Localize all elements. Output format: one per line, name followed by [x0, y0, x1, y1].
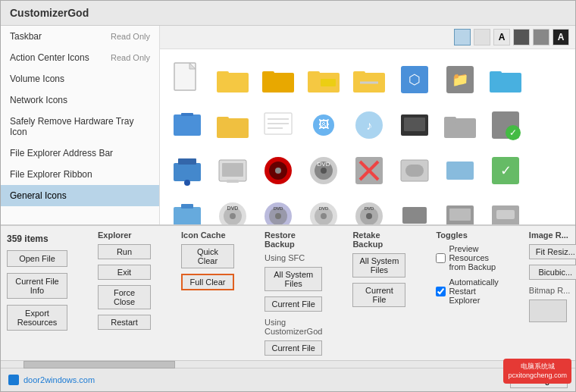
svg-text:DVD: DVD: [365, 206, 374, 211]
bicubic-button[interactable]: Bicubic...: [529, 265, 576, 280]
items-count: 359 items: [7, 234, 67, 244]
retake-all-system-files-button[interactable]: All System Files: [352, 253, 405, 278]
sidebar-item-network[interactable]: Network Icons: [1, 89, 159, 111]
website-link[interactable]: door2windows.com: [23, 375, 95, 384]
svg-text:DVD: DVD: [318, 161, 330, 168]
restore-backup-section: Restore Backup Using SFC All System File…: [265, 230, 322, 356]
icon-item[interactable]: DVD-R: [213, 196, 252, 224]
icon-item[interactable]: [167, 196, 207, 224]
preview-resources-checkbox[interactable]: [436, 253, 446, 263]
icon-item[interactable]: [395, 151, 434, 190]
svg-rect-8: [321, 79, 336, 86]
status-bar: door2windows.com Change: [1, 368, 575, 391]
icon-item[interactable]: [167, 151, 207, 190]
svg-rect-3: [217, 71, 229, 77]
icon-item[interactable]: [395, 105, 434, 145]
sidebar-label: Action Center Icons: [10, 52, 89, 63]
toggles-title: Toggles: [436, 230, 498, 240]
sidebar-item-file-explorer-address[interactable]: File Explorer Address Bar: [1, 143, 159, 164]
auto-restart-toggle[interactable]: Automatically Restart Explorer: [436, 278, 498, 305]
icon-item[interactable]: [258, 105, 298, 145]
svg-point-62: [230, 213, 236, 219]
icon-item[interactable]: [304, 60, 343, 99]
svg-point-48: [321, 168, 327, 174]
svg-text:DVD: DVD: [319, 206, 329, 211]
website-link-text: door2windows.com: [23, 375, 95, 384]
icon-item[interactable]: DVD-RW: [349, 196, 389, 224]
icon-item[interactable]: 🖼: [304, 105, 343, 145]
fit-resize-button[interactable]: Fit Resiz...: [529, 244, 576, 259]
toolbar-btn-text-a2[interactable]: A: [553, 29, 569, 45]
export-resources-button[interactable]: Export Resources: [7, 305, 67, 331]
restore-current-file-button[interactable]: Current File: [265, 296, 322, 312]
read-only-badge: Read Only: [111, 32, 150, 41]
full-clear-button[interactable]: Full Clear: [181, 274, 234, 290]
scroll-thumb[interactable]: [23, 361, 175, 368]
title-bar: CustomizerGod: [1, 1, 575, 26]
preview-resources-toggle[interactable]: Preview Resources from Backup: [436, 244, 498, 271]
sidebar-item-volume[interactable]: Volume Icons: [1, 68, 159, 89]
quick-clear-button[interactable]: Quick Clear: [181, 244, 234, 268]
sidebar-item-safely-remove[interactable]: Safely Remove Hardware Tray Icon: [1, 111, 159, 143]
run-button[interactable]: Run: [98, 244, 151, 259]
auto-restart-label: Automatically Restart Explorer: [449, 278, 498, 305]
icon-item[interactable]: [258, 60, 298, 99]
restore-customizergod-current-file-button[interactable]: Current File: [265, 340, 322, 356]
exit-button[interactable]: Exit: [98, 265, 151, 280]
image-resize-section: Image R... Fit Resiz... Bicubic... Bitma…: [529, 230, 576, 322]
icon-item[interactable]: ✓: [486, 151, 525, 190]
explorer-title: Explorer: [98, 230, 151, 240]
toolbar-btn-text-a[interactable]: A: [493, 29, 510, 45]
sidebar-item-file-explorer-ribbon[interactable]: File Explorer Ribbon: [1, 164, 159, 185]
sidebar-label: General Icons: [10, 190, 67, 201]
icon-item[interactable]: ⬡: [395, 60, 434, 99]
icon-item[interactable]: [213, 151, 252, 190]
scrollbar[interactable]: [1, 360, 575, 368]
icon-item[interactable]: ♪: [349, 105, 389, 145]
toolbar-btn-2[interactable]: [474, 29, 490, 45]
icon-item[interactable]: [395, 196, 434, 224]
icon-item[interactable]: [440, 105, 480, 145]
icon-item[interactable]: [486, 196, 525, 224]
explorer-section: Explorer Run Exit Force Close Restart: [98, 230, 151, 330]
sidebar-label: Network Icons: [10, 95, 67, 105]
force-close-button[interactable]: Force Close: [98, 285, 151, 309]
icon-item[interactable]: [167, 105, 207, 145]
read-only-badge: Read Only: [111, 53, 150, 62]
auto-restart-checkbox[interactable]: [436, 287, 446, 296]
svg-rect-85: [496, 210, 515, 219]
icon-cache-section: Icon Cache Quick Clear Full Clear: [181, 230, 234, 290]
icon-item[interactable]: [213, 60, 252, 99]
toolbar-btn-4[interactable]: [533, 29, 549, 45]
current-file-info-button[interactable]: Current File Info: [7, 273, 67, 299]
icon-item[interactable]: [167, 60, 207, 99]
svg-rect-21: [217, 117, 229, 123]
restore-all-system-files-button[interactable]: All System Files: [265, 267, 322, 291]
icon-item[interactable]: DVD-RAM: [258, 196, 298, 224]
sidebar-item-action-center[interactable]: Action Center Icons Read Only: [1, 47, 159, 68]
icon-item[interactable]: DVD-ROM: [304, 196, 343, 224]
icon-item[interactable]: 📁: [440, 60, 480, 99]
svg-rect-55: [446, 162, 474, 180]
icon-item[interactable]: [349, 151, 389, 190]
svg-text:DVD: DVD: [227, 205, 239, 211]
sidebar-item-taskbar[interactable]: Taskbar Read Only: [1, 26, 159, 47]
icon-item[interactable]: DVD: [304, 151, 343, 190]
icon-item[interactable]: [486, 60, 525, 99]
svg-rect-19: [181, 113, 193, 116]
icon-item[interactable]: [349, 60, 389, 99]
svg-rect-7: [308, 71, 320, 77]
icon-item[interactable]: [440, 151, 480, 190]
toolbar-btn-3[interactable]: [513, 29, 530, 45]
toolbar-btn-1[interactable]: [454, 29, 471, 45]
retake-backup-section: Retake Backup All System Files Current F…: [352, 230, 405, 307]
icon-item[interactable]: ✓: [486, 105, 525, 145]
open-file-button[interactable]: Open File: [7, 250, 67, 267]
sidebar-item-general-icons[interactable]: General Icons: [1, 185, 159, 206]
icon-item[interactable]: [258, 151, 298, 190]
restart-button[interactable]: Restart: [98, 315, 151, 330]
retake-current-file-button[interactable]: Current File: [352, 283, 405, 307]
icon-item[interactable]: [213, 105, 252, 145]
icon-item[interactable]: [440, 196, 480, 224]
sidebar-label: Volume Icons: [10, 74, 64, 84]
